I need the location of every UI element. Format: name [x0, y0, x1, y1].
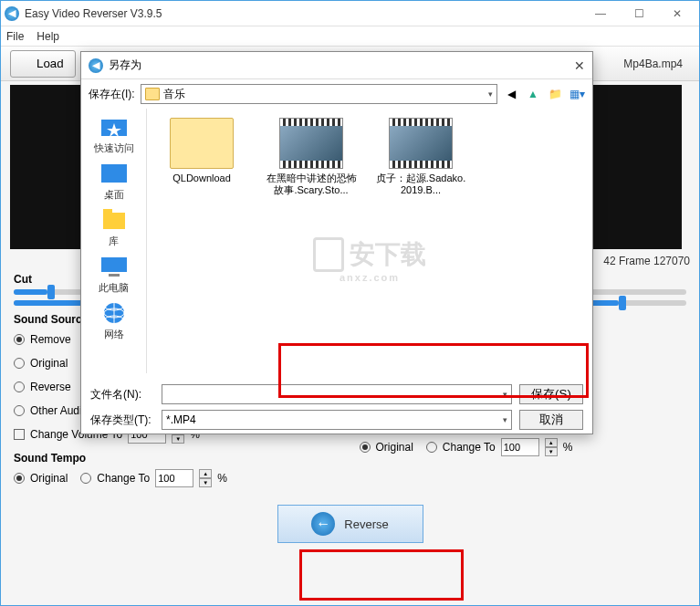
- dialog-close-button[interactable]: ✕: [574, 58, 585, 73]
- place-libs-label: 库: [109, 235, 119, 248]
- sound-tempo-title: Sound Tempo: [14, 452, 341, 465]
- tempo-stepper[interactable]: ▲▼: [199, 469, 212, 487]
- watermark-sub: anxz.com: [340, 272, 400, 283]
- svg-rect-6: [109, 274, 120, 277]
- tempo-input[interactable]: [155, 469, 193, 487]
- window-title: Easy Video Reverser V3.9.5: [25, 7, 582, 20]
- check-change-volume[interactable]: [14, 429, 25, 440]
- motion-stepper[interactable]: ▲▼: [545, 438, 558, 456]
- dialog-body: 快速访问 桌面 库 此电脑 网络 QLDownload: [81, 109, 592, 373]
- chevron-down-icon: ▾: [488, 89, 493, 99]
- cancel-button[interactable]: 取消: [519, 410, 583, 430]
- up-icon[interactable]: ▲: [525, 86, 541, 102]
- file-item-video-2[interactable]: 贞子：起源.Sadako.2019.B...: [375, 118, 466, 196]
- titlebar: ◀ Easy Video Reverser V3.9.5 — ☐ ✕: [1, 1, 699, 26]
- filetype-combo[interactable]: *.MP4 ▾: [162, 410, 512, 430]
- place-network-label: 网络: [104, 328, 124, 341]
- save-in-row: 保存在(I): 音乐 ▾ ◀ ▲ 📁 ▦▾: [81, 79, 592, 109]
- svg-rect-5: [101, 257, 127, 272]
- place-quick-access[interactable]: 快速访问: [94, 114, 134, 155]
- back-icon[interactable]: ◀: [503, 86, 519, 102]
- new-folder-icon[interactable]: 📁: [547, 86, 563, 102]
- file-list[interactable]: QLDownload 在黑暗中讲述的恐怖故事.Scary.Sto... 贞子：起…: [147, 109, 592, 373]
- app-icon: ◀: [5, 6, 19, 21]
- radio-motion-original[interactable]: [360, 442, 371, 453]
- radio-tempo-change[interactable]: [80, 473, 91, 484]
- label-motion-change: Change To: [443, 441, 496, 454]
- place-libraries[interactable]: 库: [98, 207, 131, 248]
- menubar: File Help: [1, 26, 699, 47]
- svg-rect-2: [101, 164, 127, 183]
- libraries-icon: [98, 207, 131, 233]
- views-icon[interactable]: ▦▾: [569, 86, 585, 102]
- watermark: 安下载 anxz.com: [313, 237, 426, 272]
- place-quick-label: 快速访问: [94, 141, 134, 155]
- minimize-button[interactable]: —: [582, 3, 619, 25]
- file-name-3: 贞子：起源.Sadako.2019.B...: [375, 172, 466, 196]
- label-reverse-sound: Reverse: [30, 381, 71, 393]
- reverse-button[interactable]: ← Reverse: [277, 505, 423, 543]
- dialog-titlebar: ◀ 另存为 ✕: [81, 52, 592, 79]
- radio-tempo-original[interactable]: [14, 473, 25, 484]
- filetype-value: *.MP4: [166, 413, 196, 426]
- label-tempo-change: Change To: [97, 472, 150, 485]
- folder-icon: [145, 88, 160, 100]
- radio-motion-change[interactable]: [426, 442, 437, 453]
- dialog-bottom: 文件名(N): ▾ 保存(S) 保存类型(T): *.MP4 ▾ 取消: [81, 373, 592, 441]
- motion-pct: %: [563, 441, 573, 454]
- filename-label: 文件名(N):: [90, 387, 154, 402]
- radio-reverse-sound[interactable]: [14, 381, 25, 392]
- label-original-sound: Original: [30, 357, 68, 370]
- tempo-pct: %: [217, 472, 227, 485]
- save-dialog: ◀ 另存为 ✕ 保存在(I): 音乐 ▾ ◀ ▲ 📁 ▦▾ 快速访问 桌面: [80, 51, 593, 434]
- label-tempo-original: Original: [30, 472, 68, 485]
- load-button[interactable]: Load: [10, 50, 76, 78]
- menu-help[interactable]: Help: [37, 30, 59, 43]
- save-in-value: 音乐: [163, 87, 185, 102]
- frame-info: 42 Frame 127070: [603, 255, 690, 267]
- chevron-down-icon: ▾: [503, 415, 507, 424]
- places-bar: 快速访问 桌面 库 此电脑 网络: [81, 109, 147, 373]
- bag-icon: [313, 237, 344, 272]
- dialog-icon: ◀: [89, 58, 103, 73]
- filetype-label: 保存类型(T):: [90, 413, 154, 428]
- place-desktop[interactable]: 桌面: [98, 161, 131, 202]
- motion-input[interactable]: [501, 438, 539, 456]
- label-remove: Remove: [30, 333, 71, 346]
- place-pc-label: 此电脑: [99, 281, 129, 295]
- file-name-2: 在黑暗中讲述的恐怖故事.Scary.Sto...: [266, 172, 357, 196]
- place-network[interactable]: 网络: [98, 300, 131, 341]
- file-item-video-1[interactable]: 在黑暗中讲述的恐怖故事.Scary.Sto...: [266, 118, 357, 196]
- radio-remove[interactable]: [14, 334, 25, 345]
- maximize-button[interactable]: ☐: [621, 3, 657, 25]
- video-thumb-icon: [279, 118, 343, 169]
- chevron-down-icon: ▾: [503, 390, 507, 399]
- close-button[interactable]: ✕: [659, 3, 695, 25]
- desktop-icon: [98, 161, 131, 186]
- loaded-filename: Mp4Ba.mp4: [623, 57, 683, 70]
- reverse-label: Reverse: [344, 517, 388, 531]
- save-in-combo[interactable]: 音乐 ▾: [141, 84, 497, 104]
- reverse-icon: ←: [311, 512, 335, 536]
- load-label: Load: [37, 57, 64, 70]
- place-this-pc[interactable]: 此电脑: [98, 254, 131, 295]
- filename-input[interactable]: ▾: [162, 384, 512, 404]
- pc-icon: [98, 254, 131, 279]
- save-in-label: 保存在(I):: [89, 87, 135, 102]
- menu-file[interactable]: File: [6, 30, 24, 43]
- svg-rect-3: [103, 213, 125, 229]
- save-button[interactable]: 保存(S): [519, 384, 583, 404]
- label-motion-original: Original: [376, 441, 413, 454]
- radio-original-sound[interactable]: [14, 358, 25, 369]
- dialog-title: 另存为: [109, 57, 141, 73]
- svg-rect-4: [103, 209, 112, 214]
- radio-other-audio[interactable]: [14, 405, 25, 416]
- window-controls: — ☐ ✕: [582, 3, 695, 25]
- quick-access-icon: [98, 114, 131, 140]
- watermark-text: 安下载: [350, 237, 426, 272]
- file-name-1: QLDownload: [172, 172, 231, 184]
- video-thumb-icon: [389, 118, 453, 169]
- file-item-folder[interactable]: QLDownload: [156, 118, 247, 184]
- folder-thumb-icon: [170, 118, 234, 169]
- place-desktop-label: 桌面: [104, 188, 124, 202]
